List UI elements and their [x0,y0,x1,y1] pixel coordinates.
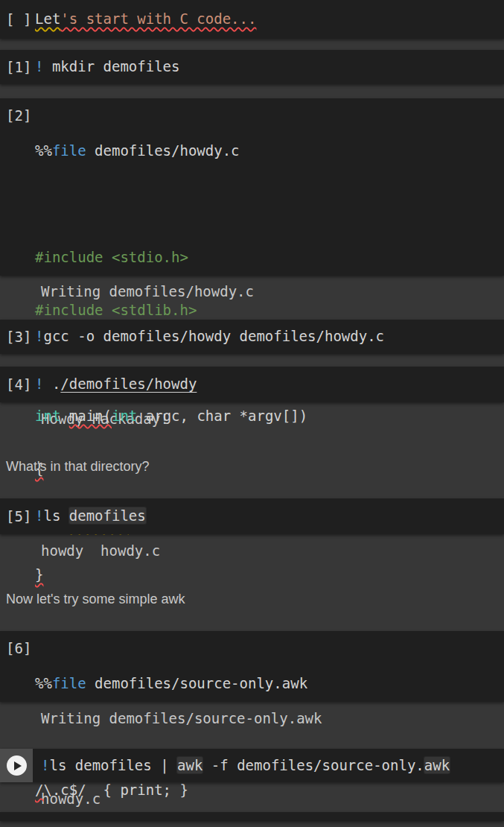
bang-operator: ! [41,757,49,773]
code-editor[interactable]: %%file demofiles/source-only.awk /\.c$/ … [35,631,307,702]
run-button-gutter [0,749,33,782]
code-text: mkdir demofiles [43,58,179,75]
next-cell-edge[interactable] [0,812,504,821]
type-keyword: int [35,408,60,424]
bang-operator: ! [35,328,43,344]
code-line: %%file demofiles/howdy.c [35,142,307,160]
code-line-blank [35,196,307,214]
include-directive: #include <stdio.h> [35,249,307,267]
code-line-blank [35,729,307,747]
cell-5: [5] !ls demofiles [0,498,504,534]
code-editor[interactable]: !ls demofiles | awk -f demofiles/source-… [33,757,450,775]
code-line: /\.c$/ { print; } [35,782,307,799]
magic-args: demofiles/howdy.c [86,142,240,159]
bang-operator: ! [35,507,43,524]
brace: } [35,566,43,583]
magic-symbol: %% [35,675,52,691]
code-editor[interactable]: !ls demofiles [35,507,146,525]
magic-symbol: %% [35,142,52,159]
code-text: ls [43,507,68,524]
execution-prompt: [2] [0,98,35,276]
execution-prompt: [1] [0,59,35,75]
cell-6: [6] %%file demofiles/source-only.awk /\.… [0,631,504,702]
code-line: } [35,566,307,584]
cell-2: [2] %%file demofiles/howdy.c #include <s… [0,98,504,276]
cell-gap [0,84,504,98]
regex-delimiter: / [35,782,43,798]
code-text: -f demofiles/source-only. [202,757,424,773]
code-text: argc, char *argv[]) [137,408,307,424]
magic-keyword: file [52,142,86,159]
code-editor[interactable]: ! ./demofiles/howdy [35,376,197,393]
code-editor[interactable]: Let's start with C code... [35,10,256,28]
word-occurrence-highlight: awk [177,757,202,773]
code-string: 's start with C code... [60,10,256,27]
notebook: [ ] Let's start with C code... [1] ! mkd… [0,0,504,827]
code-text [60,408,68,424]
code-text: . [43,376,60,392]
word-occurrence-highlight: demofiles [69,507,146,524]
type-keyword: int [112,408,137,424]
code-line: { [35,460,307,478]
magic-args: demofiles/source-only.awk [86,675,307,691]
play-icon [14,761,22,770]
execution-prompt: [ ] [0,11,35,28]
brace: { [35,460,43,477]
bang-operator: ! [35,58,43,75]
magic-keyword: file [52,675,86,691]
code-editor[interactable]: !gcc -o demofiles/howdy demofiles/howdy.… [35,328,384,346]
code-text: ls demofiles | [49,757,177,773]
run-cell-button[interactable] [7,755,27,776]
cell-markdown-draft: [ ] Let's start with C code... [0,0,504,39]
code-line: %%file demofiles/source-only.awk [35,675,307,693]
cell-gap [0,39,504,50]
function-name: main( [69,408,112,424]
code-text: \.c$/ { print; } [43,782,188,798]
cell-running: !ls demofiles | awk -f demofiles/source-… [0,749,504,782]
cell-3: [3] !gcc -o demofiles/howdy demofiles/ho… [0,320,504,354]
code-word: Let [35,10,60,27]
execution-prompt: [4] [0,376,35,393]
cell-1: [1] ! mkdir demofiles [0,50,504,84]
file-link[interactable]: /demofiles/howdy [60,376,197,392]
cell-4: [4] ! ./demofiles/howdy [0,367,504,402]
code-editor[interactable]: %%file demofiles/howdy.c #include <stdio… [35,98,307,276]
bang-operator: ! [35,376,43,392]
word-occurrence-highlight: awk [424,757,450,773]
execution-prompt: [3] [0,329,35,345]
code-text: gcc -o demofiles/howdy demofiles/howdy.c [43,328,384,344]
execution-prompt: [6] [0,631,35,702]
code-line: int main(int argc, char *argv[]) [35,408,307,425]
code-editor[interactable]: ! mkdir demofiles [35,58,179,76]
execution-prompt: [5] [0,508,35,525]
include-directive: #include <stdlib.h> [35,302,307,320]
